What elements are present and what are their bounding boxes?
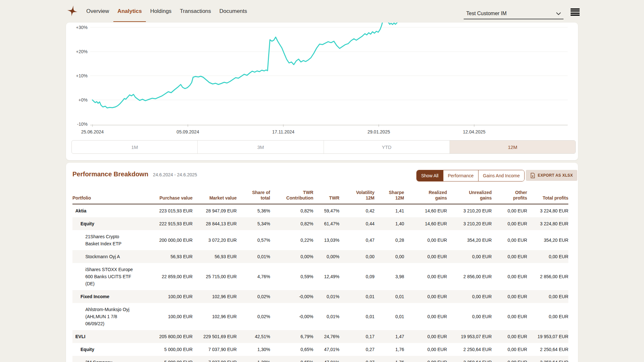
value-cell: 3 224,80 EUR xyxy=(527,205,568,216)
value-cell: 0,59% xyxy=(270,271,313,282)
value-cell: 14,60 EUR xyxy=(404,218,447,229)
value-cell: 354,20 EUR xyxy=(527,235,568,246)
portfolio-name: Stockmann Oyj A xyxy=(72,250,135,263)
portfolio-name: iShares STOXX Europe 600 Banks UCITS ETF… xyxy=(72,263,135,290)
value-cell: 14,60 EUR xyxy=(404,205,447,216)
value-cell: 5,34% xyxy=(237,218,270,229)
value-cell: 0,47 xyxy=(339,235,374,246)
nav-tabs: OverviewAnalyticsHoldingsTransactionsDoc… xyxy=(82,0,251,23)
table-row[interactable]: Ahlstrom-Munksjo Oyj (AHLMUN 1 7/8 06/09… xyxy=(72,303,568,330)
value-cell: 1,47 xyxy=(374,331,404,342)
customer-select-value: Test Customer IM xyxy=(466,11,507,16)
table-row[interactable]: Aktia223 015,93 EUR28 947,09 EUR5,36%0,8… xyxy=(72,204,568,217)
chart-range-selector: 1M3MYTD12M xyxy=(71,140,576,154)
value-cell: 0,00 EUR xyxy=(527,291,568,302)
value-cell: 0,00 xyxy=(374,251,404,262)
value-cell: 1,76 xyxy=(374,344,404,355)
value-cell: 0,00% xyxy=(270,251,313,262)
value-cell: 0,02% xyxy=(237,291,270,302)
filter-button-performance[interactable]: Performance xyxy=(443,170,478,181)
table-row[interactable]: 21Shares Crypto Basket Index ETP200 000,… xyxy=(72,230,568,250)
column-header: Market value xyxy=(193,193,237,204)
table-row[interactable]: 3M Company5 000,00 EUR7 037,90 EUR1,30%0… xyxy=(72,356,568,362)
value-cell: 3 224,80 EUR xyxy=(527,218,568,229)
value-cell: 0,00 EUR xyxy=(404,235,447,246)
export-xlsx-button[interactable]: x EXPORT AS XLSX xyxy=(526,170,577,181)
range-button-ytd[interactable]: YTD xyxy=(324,141,450,153)
value-cell: 0,00 EUR xyxy=(404,251,447,262)
value-cell: 0,00% xyxy=(313,251,339,262)
filter-button-show-all[interactable]: Show All xyxy=(417,170,443,181)
value-cell: 0,00 EUR xyxy=(404,357,447,362)
customer-select[interactable]: Test Customer IM xyxy=(464,8,564,19)
filter-button-gains-and-income[interactable]: Gains And Income xyxy=(478,170,524,181)
x-axis-label: 25.06.2024 xyxy=(81,129,104,134)
column-header: Sharpe 12M xyxy=(374,188,404,204)
hamburger-menu-icon[interactable] xyxy=(571,8,580,16)
value-cell: 0,01% xyxy=(313,291,339,302)
twr-series-line xyxy=(92,23,570,108)
y-axis-label: +10% xyxy=(76,73,88,78)
range-button-12m[interactable]: 12M xyxy=(450,141,575,153)
x-axis-label: 29.01.2025 xyxy=(367,129,390,134)
value-cell: 100,00 EUR xyxy=(135,291,193,302)
value-cell: 102,96 EUR xyxy=(193,291,237,302)
nav-tab-documents[interactable]: Documents xyxy=(215,1,251,22)
value-cell: 0,27 xyxy=(339,344,374,355)
nav-tab-holdings[interactable]: Holdings xyxy=(146,1,175,22)
top-nav: OverviewAnalyticsHoldingsTransactionsDoc… xyxy=(0,0,644,23)
value-cell: 0,00 EUR xyxy=(447,291,492,302)
chevron-down-icon xyxy=(556,12,561,15)
value-cell: 0,44 xyxy=(339,218,374,229)
breakdown-table: PortfolioPurchase valueMarket valueShare… xyxy=(66,183,578,362)
y-axis-label: +0% xyxy=(79,97,88,103)
value-cell: 0,00 EUR xyxy=(492,271,527,282)
value-cell: 0,65% xyxy=(270,344,313,355)
value-cell: 1,30% xyxy=(237,344,270,355)
value-cell: 28 844,13 EUR xyxy=(193,218,237,229)
nav-tab-transactions[interactable]: Transactions xyxy=(176,1,215,22)
value-cell: 2 250,64 EUR xyxy=(447,357,492,362)
value-cell: 56,93 EUR xyxy=(135,251,193,262)
portfolio-name: Ahlstrom-Munksjo Oyj (AHLMUN 1 7/8 06/09… xyxy=(72,303,135,330)
export-xlsx-label: EXPORT AS XLSX xyxy=(538,173,573,178)
table-row[interactable]: Stockmann Oyj A56,93 EUR56,93 EUR0,01%0,… xyxy=(72,250,568,263)
value-cell: 0,00 EUR xyxy=(404,271,447,282)
value-cell: 354,20 EUR xyxy=(447,235,492,246)
value-cell: 0,17 xyxy=(339,331,374,342)
table-row[interactable]: iShares STOXX Europe 600 Banks UCITS ETF… xyxy=(72,263,568,290)
value-cell: 0,00 EUR xyxy=(492,205,527,216)
value-cell: 47,01% xyxy=(313,357,339,362)
portfolio-name: Equity xyxy=(72,217,135,230)
value-cell: 0,22% xyxy=(270,235,313,246)
value-cell: 0,00 EUR xyxy=(404,344,447,355)
value-cell: 2 856,00 EUR xyxy=(527,271,568,282)
value-cell: 19 953,07 EUR xyxy=(527,331,568,342)
value-cell: 0,09 xyxy=(339,271,374,282)
value-cell: 0,01 xyxy=(339,311,374,322)
value-cell: 0,00 EUR xyxy=(492,251,527,262)
value-cell: -0,00% xyxy=(270,291,313,302)
range-button-1m[interactable]: 1M xyxy=(72,141,197,153)
table-row[interactable]: Fixed Income100,00 EUR102,96 EUR0,02%-0,… xyxy=(72,290,568,303)
value-cell: 2 250,64 EUR xyxy=(527,344,568,355)
value-cell: 0,02% xyxy=(237,311,270,322)
value-cell: 1,40 xyxy=(374,218,404,229)
value-cell: 2 250,64 EUR xyxy=(527,357,568,362)
nav-tab-analytics[interactable]: Analytics xyxy=(113,1,146,22)
value-cell: 0,00 EUR xyxy=(404,331,447,342)
breakdown-title: Performance Breakdown xyxy=(72,171,148,178)
range-button-3m[interactable]: 3M xyxy=(197,141,323,153)
nav-tab-overview[interactable]: Overview xyxy=(82,1,113,22)
performance-breakdown-card: Performance Breakdown 24.6.2024 - 24.6.2… xyxy=(66,163,578,362)
value-cell: 0,00 EUR xyxy=(492,357,527,362)
table-row[interactable]: Equity222 915,93 EUR28 844,13 EUR5,34%0,… xyxy=(72,217,568,230)
value-cell: 0,57% xyxy=(237,235,270,246)
value-cell: 3 210,20 EUR xyxy=(447,218,492,229)
value-cell: 28 947,09 EUR xyxy=(193,205,237,216)
value-cell: 200 000,00 EUR xyxy=(135,235,193,246)
table-row[interactable]: EVLI205 800,00 EUR229 501,69 EUR42,51%6,… xyxy=(72,330,568,343)
value-cell: 0,01 xyxy=(339,291,374,302)
value-cell: 2 856,00 EUR xyxy=(447,271,492,282)
table-row[interactable]: Equity5 000,00 EUR7 037,90 EUR1,30%0,65%… xyxy=(72,343,568,356)
